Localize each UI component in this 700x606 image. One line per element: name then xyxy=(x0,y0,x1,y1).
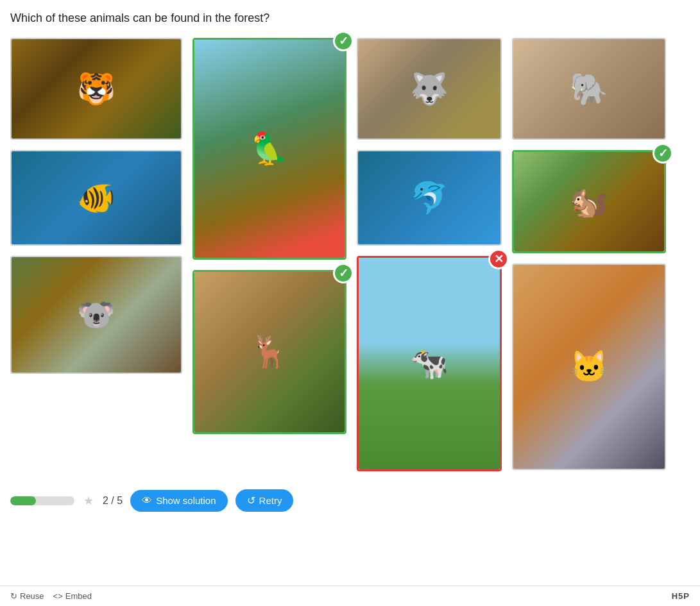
image-grid: 🐯 🐠 🐨 ✓ 🦜 ✓ 🦌 🐺 🐬 ✕ 🐄 xyxy=(0,33,700,476)
progress-bar xyxy=(10,496,74,505)
embed-label: Embed xyxy=(65,591,92,601)
embed-link[interactable]: <> Embed xyxy=(53,591,92,601)
retry-label: Retry xyxy=(259,495,282,506)
card-fish[interactable]: 🐠 xyxy=(10,150,182,246)
score-text: 2 / 5 xyxy=(103,495,123,507)
card-elephant[interactable]: 🐘 xyxy=(512,38,666,140)
card-dolphin[interactable]: 🐬 xyxy=(357,150,502,246)
question-text: Which of these animals can be found in t… xyxy=(0,0,700,33)
show-solution-button[interactable]: 👁 Show solution xyxy=(130,490,227,512)
star-icon: ★ xyxy=(83,494,94,508)
card-tiger[interactable]: 🐯 xyxy=(10,38,182,140)
column-2: ✓ 🦜 ✓ 🦌 xyxy=(192,38,346,471)
card-squirrel[interactable]: ✓ 🐿️ xyxy=(512,150,666,253)
retry-button[interactable]: ↺ Retry xyxy=(235,489,294,512)
embed-icon: <> xyxy=(53,591,63,601)
column-3: 🐺 🐬 ✕ 🐄 xyxy=(357,38,502,471)
retry-icon: ↺ xyxy=(247,494,255,507)
card-koala[interactable]: 🐨 xyxy=(10,256,182,374)
card-deer[interactable]: ✓ 🦌 xyxy=(192,270,346,434)
column-1: 🐯 🐠 🐨 xyxy=(10,38,182,471)
bottom-bar: ★ 2 / 5 👁 Show solution ↺ Retry xyxy=(0,476,700,519)
footer-links: ↻ Reuse <> Embed xyxy=(10,591,92,601)
correct-badge-squirrel: ✓ xyxy=(653,143,673,164)
eye-icon: 👁 xyxy=(142,495,152,507)
card-parrot[interactable]: ✓ 🦜 xyxy=(192,38,346,260)
card-cow[interactable]: ✕ 🐄 xyxy=(357,256,502,471)
correct-badge-parrot: ✓ xyxy=(333,31,354,51)
progress-fill xyxy=(10,496,36,505)
show-solution-label: Show solution xyxy=(156,495,216,506)
column-4: 🐘 ✓ 🐿️ 🐱 xyxy=(512,38,666,471)
reuse-link[interactable]: ↻ Reuse xyxy=(10,591,44,601)
footer: ↻ Reuse <> Embed H5P xyxy=(0,585,700,606)
incorrect-badge-cow: ✕ xyxy=(488,249,509,269)
card-wolf[interactable]: 🐺 xyxy=(357,38,502,140)
card-cat[interactable]: 🐱 xyxy=(512,264,666,470)
reuse-label: Reuse xyxy=(20,591,44,601)
correct-badge-deer: ✓ xyxy=(333,263,354,283)
brand-logo: H5P xyxy=(672,591,690,601)
reuse-icon: ↻ xyxy=(10,591,17,601)
